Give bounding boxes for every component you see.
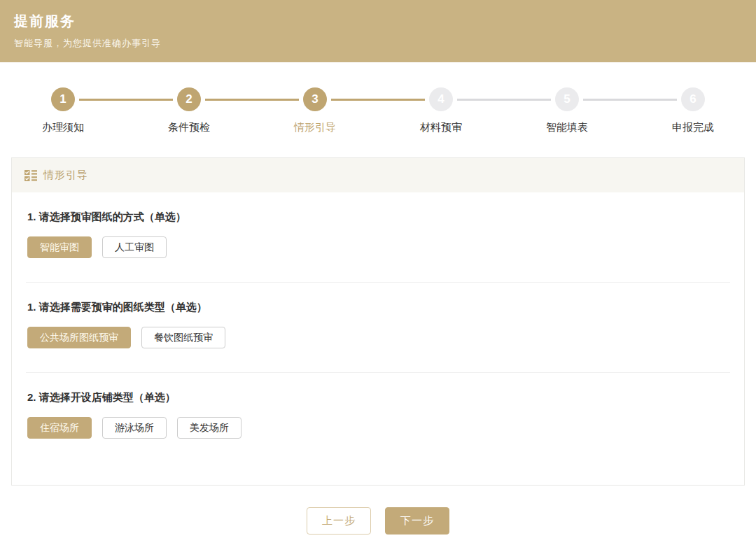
progress-stepper: 1 办理须知 2 条件预检 3 情形引导 4 材料预审 5 智能填表 6 申报完… <box>0 87 756 134</box>
option-chip-catering-drawing[interactable]: 餐饮图纸预审 <box>141 327 225 348</box>
step-2-circle: 2 <box>177 87 201 111</box>
question-drawing-type: 1. 请选择需要预审的图纸类型（单选） 公共场所图纸预审 餐饮图纸预审 <box>26 283 730 373</box>
options-row: 智能审图 人工审图 <box>27 236 729 258</box>
step-5-circle: 5 <box>555 87 579 111</box>
step-1-label: 办理须知 <box>0 121 126 134</box>
option-chip-swimming-place[interactable]: 游泳场所 <box>102 417 167 439</box>
option-chip-hairdressing-place[interactable]: 美发场所 <box>177 417 241 439</box>
step-6-label: 申报完成 <box>630 121 756 134</box>
section-header: 情形引导 <box>12 158 744 192</box>
step-1-notice: 1 办理须知 <box>0 87 126 134</box>
step-3-label: 情形引导 <box>252 121 378 134</box>
questions-area: 1. 请选择预审图纸的方式（单选） 智能审图 人工审图 1. 请选择需要预审的图… <box>12 192 744 485</box>
page-title: 提前服务 <box>14 12 742 31</box>
option-chip-smart-review[interactable]: 智能审图 <box>27 236 92 258</box>
prev-step-button[interactable]: 上一步 <box>307 507 371 535</box>
step-3-scenario-guide: 3 情形引导 <box>252 87 378 134</box>
wizard-nav: 上一步 下一步 <box>0 507 756 535</box>
next-step-button[interactable]: 下一步 <box>385 507 449 535</box>
option-chip-manual-review[interactable]: 人工审图 <box>102 236 167 258</box>
option-chip-lodging-place[interactable]: 住宿场所 <box>27 417 92 439</box>
step-4-label: 材料预审 <box>378 121 504 134</box>
step-1-circle: 1 <box>51 87 75 111</box>
step-2-precheck: 2 条件预检 <box>126 87 252 134</box>
question-review-method: 1. 请选择预审图纸的方式（单选） 智能审图 人工审图 <box>26 192 730 283</box>
step-6-circle: 6 <box>681 87 705 111</box>
question-shop-type: 2. 请选择开设店铺类型（单选） 住宿场所 游泳场所 美发场所 <box>26 373 730 485</box>
options-row: 住宿场所 游泳场所 美发场所 <box>27 417 729 439</box>
question-label: 1. 请选择需要预审的图纸类型（单选） <box>27 301 729 314</box>
question-label: 2. 请选择开设店铺类型（单选） <box>27 391 729 404</box>
page-header: 提前服务 智能导服，为您提供准确办事引导 <box>0 0 756 62</box>
step-5-label: 智能填表 <box>504 121 630 134</box>
step-6-declare-done: 6 申报完成 <box>630 87 756 134</box>
step-5-smart-form: 5 智能填表 <box>504 87 630 134</box>
checklist-icon <box>24 169 37 182</box>
option-chip-public-place-drawing[interactable]: 公共场所图纸预审 <box>27 327 131 348</box>
scenario-guide-panel: 情形引导 1. 请选择预审图纸的方式（单选） 智能审图 人工审图 1. 请选择需… <box>11 157 745 486</box>
step-4-material-review: 4 材料预审 <box>378 87 504 134</box>
options-row: 公共场所图纸预审 餐饮图纸预审 <box>27 327 729 348</box>
step-3-circle: 3 <box>303 87 327 111</box>
section-title: 情形引导 <box>43 169 88 182</box>
step-2-label: 条件预检 <box>126 121 252 134</box>
step-4-circle: 4 <box>429 87 453 111</box>
page-subtitle: 智能导服，为您提供准确办事引导 <box>14 37 742 50</box>
question-label: 1. 请选择预审图纸的方式（单选） <box>27 211 729 224</box>
